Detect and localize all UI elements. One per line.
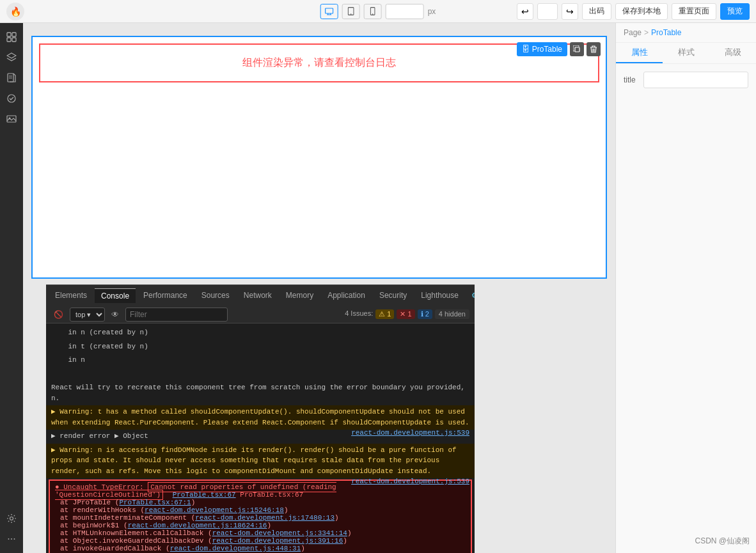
uncaught-error-box: ● Uncaught TypeError: Cannot read proper…	[49, 479, 472, 553]
breadcrumb-page[interactable]: Page	[624, 28, 642, 37]
toolbar-right: ↩ ↪ 出码 保存到本地 重置页面 预览	[517, 3, 750, 20]
console-eye-btn[interactable]: 👁	[109, 309, 122, 320]
page-number-input[interactable]	[537, 3, 558, 20]
svg-rect-0	[326, 8, 333, 13]
width-unit-label: px	[428, 7, 436, 16]
hidden-badge: 4 hidden	[435, 309, 469, 319]
right-panel: Page > ProTable 属性 样式 高级 title	[615, 23, 756, 553]
breadcrumb-component[interactable]: ProTable	[651, 28, 681, 37]
sidebar-icon-settings[interactable]	[3, 510, 20, 527]
undo-button[interactable]: ↩	[517, 3, 533, 20]
dt-tab-console[interactable]: Console	[95, 288, 136, 303]
right-content: title	[616, 64, 756, 553]
sidebar-icon-more[interactable]: ···	[3, 530, 20, 548]
sidebar-icon-pages[interactable]	[3, 69, 20, 87]
console-line: in n	[46, 354, 475, 368]
dt-tab-network[interactable]: Network	[237, 288, 278, 302]
devtools-tabs: Elements Console Performance Sources Net…	[46, 285, 475, 306]
delete-btn[interactable]	[587, 42, 601, 56]
tab-styles[interactable]: 样式	[663, 43, 709, 63]
copy-btn[interactable]	[570, 42, 584, 56]
stack-line-4: at beginWork$1 (react-dom.development.js…	[55, 522, 466, 529]
stack-line-3: at mountIndeterminateComponent (react-do…	[55, 514, 466, 522]
svg-rect-16	[7, 116, 16, 122]
svg-point-7	[372, 13, 373, 14]
dt-tab-memory[interactable]: Memory	[280, 288, 320, 302]
sidebar-icon-components[interactable]	[3, 28, 20, 46]
error-right-link[interactable]: ProTable.tsx:67	[240, 491, 303, 499]
prop-label-title: title	[624, 75, 638, 84]
issues-info-badge[interactable]: ℹ 2	[418, 309, 432, 319]
issues-label: 4 Issues:	[345, 309, 373, 319]
export-btn[interactable]: 出码	[582, 3, 611, 20]
svg-rect-8	[7, 33, 11, 36]
prop-input-title[interactable]	[643, 72, 748, 88]
svg-rect-11	[12, 38, 16, 42]
canvas-frame: 组件渲染异常，请查看控制台日志 🗄 ProTable	[31, 36, 607, 279]
svg-rect-10	[7, 38, 11, 42]
console-line	[46, 368, 475, 382]
error-title-link[interactable]: ProTable.tsx:67	[173, 491, 236, 499]
redo-button[interactable]: ↪	[562, 3, 578, 20]
csdn-watermark: CSDN @仙凌阁	[695, 536, 750, 547]
dt-tab-lighthouse[interactable]: Lighthouse	[414, 288, 465, 302]
svg-point-18	[10, 517, 13, 520]
stack-line-5: at HTMLUnknownElement.callCallback (reac…	[55, 529, 466, 537]
toolbar-center: 1152 px	[320, 4, 436, 19]
width-input[interactable]: 1152	[386, 4, 424, 19]
console-toolbar: 🚫 top ▾ 👁 4 Issues: ⚠ 1 ✕ 1 ℹ 2 4 hidden	[46, 306, 475, 323]
warning-link-1[interactable]: react-dom.development.js:539	[351, 428, 469, 439]
error-banner: 组件渲染异常，请查看控制台日志	[39, 43, 599, 82]
reset-page-btn[interactable]: 重置页面	[672, 3, 716, 20]
stack-line-1: at JProTable (ProTable.tsx:67:1)	[55, 499, 466, 506]
console-output[interactable]: in n (created by n) in t (created by n) …	[46, 323, 475, 553]
issues-warn-badge[interactable]: ⚠ 1	[375, 309, 394, 319]
stack-line-7: at invokeGuardedCallback (react-dom.deve…	[55, 545, 466, 552]
console-level-select[interactable]: top ▾	[70, 308, 105, 322]
issues-badges: 4 Issues: ⚠ 1 ✕ 1 ℹ 2 4 hidden	[345, 309, 469, 319]
devtools-panel: Elements Console Performance Sources Net…	[46, 284, 475, 553]
dt-tab-sources[interactable]: Sources	[195, 288, 236, 302]
svg-rect-19	[575, 47, 579, 52]
stack-line-2: at renderWithHooks (react-dom.developmen…	[55, 506, 466, 514]
dt-tab-elements[interactable]: Elements	[49, 288, 93, 302]
clear-console-btn[interactable]: 🚫	[51, 309, 66, 320]
sidebar-icon-media[interactable]	[3, 110, 20, 128]
svg-rect-9	[12, 33, 16, 36]
tab-properties[interactable]: 属性	[616, 43, 663, 63]
console-line: React will try to recreate this componen…	[46, 381, 475, 405]
dt-tab-security[interactable]: Security	[373, 288, 413, 302]
left-sidebar: ···	[0, 23, 23, 553]
main-area: ··· 组件渲染异常，请查看控制台日志 🗄 ProTable	[0, 23, 756, 553]
app-logo: 🔥	[6, 3, 24, 20]
console-filter-input[interactable]	[125, 308, 228, 322]
console-line: in n (created by n)	[46, 326, 475, 340]
breadcrumb: Page > ProTable	[616, 23, 756, 43]
tablet-device-btn[interactable]	[342, 4, 360, 19]
dt-tab-components[interactable]: ⚙Components	[466, 288, 475, 302]
protable-badge[interactable]: 🗄 ProTable	[517, 42, 567, 56]
prop-row-title: title	[624, 72, 748, 88]
issues-err-badge[interactable]: ✕ 1	[397, 309, 414, 319]
console-warning-1: ▶ Warning: t has a method called shouldC…	[46, 405, 475, 430]
sidebar-icon-layers[interactable]	[3, 49, 20, 66]
mobile-device-btn[interactable]	[364, 4, 382, 19]
canvas-area: 组件渲染异常，请查看控制台日志 🗄 ProTable	[23, 23, 615, 553]
console-line: in t (created by n)	[46, 340, 475, 354]
stack-line-6: at Object.invokeGuardedCallbackDev (reac…	[55, 537, 466, 545]
dt-tab-application[interactable]: Application	[321, 288, 372, 302]
protable-btn-row: 🗄 ProTable	[517, 42, 601, 56]
sidebar-icon-assets[interactable]	[3, 90, 20, 107]
protable-label: ProTable	[532, 45, 562, 54]
right-tabs: 属性 样式 高级	[616, 43, 756, 64]
tab-advanced[interactable]: 高级	[709, 43, 756, 63]
protable-icon: 🗄	[522, 45, 530, 54]
svg-point-15	[8, 95, 15, 102]
save-local-btn[interactable]: 保存到本地	[615, 3, 668, 20]
warning-link-2[interactable]: react-dom.development.js:539	[351, 476, 469, 487]
breadcrumb-sep: >	[644, 28, 649, 37]
console-warning-2: ▶ Warning: n is accessing findDOMNode in…	[46, 444, 475, 479]
desktop-device-btn[interactable]	[320, 4, 338, 19]
dt-tab-performance[interactable]: Performance	[137, 288, 194, 302]
preview-btn[interactable]: 预览	[720, 3, 750, 20]
